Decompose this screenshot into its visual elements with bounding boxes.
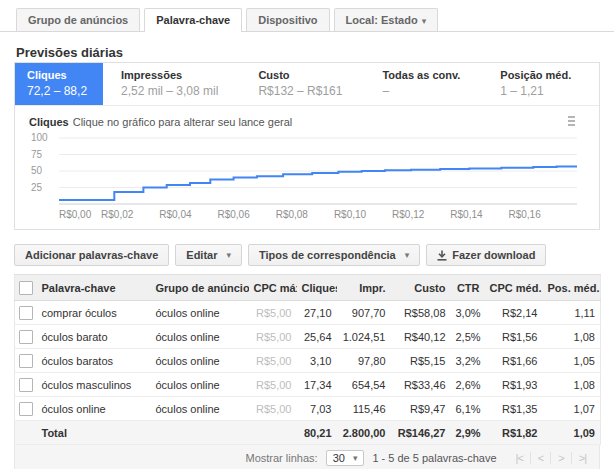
cell: R$1,35 [485, 397, 543, 421]
cell: 3,2% [451, 349, 485, 373]
svg-text:100: 100 [31, 132, 48, 143]
column-header-cliques[interactable]: Cliques [297, 275, 337, 301]
tab-dispositivo[interactable]: Dispositivo [246, 8, 329, 31]
keyword-cell: óculos barato [37, 325, 151, 349]
row-checkbox[interactable] [19, 330, 33, 344]
metric-label: Custo [258, 69, 342, 81]
rows-per-page-value: 30 [333, 452, 345, 464]
page-title: Previsões diárias [16, 45, 600, 60]
svg-text:R$0,02: R$0,02 [101, 209, 134, 220]
chart-section[interactable]: CliquesClique no gráfico para alterar se… [15, 106, 599, 229]
cell: 97,80 [337, 349, 391, 373]
keyword-cell: óculos online [37, 397, 151, 421]
table-row: comprar óculosóculos onlineR$5,0027,1090… [15, 301, 601, 325]
column-header-palavra-chave[interactable]: Palavra-chave [37, 275, 151, 301]
cell: 7,03 [297, 397, 337, 421]
pagination-range: 1 - 5 de 5 palavras-chave [372, 452, 496, 464]
svg-text:50: 50 [31, 165, 43, 176]
svg-text:R$0,00: R$0,00 [59, 209, 92, 220]
total-cell: 2.800,00 [337, 421, 391, 445]
chart-title: Cliques [29, 116, 69, 128]
cell: 6,1% [451, 397, 485, 421]
cell: R$5,00 [249, 397, 297, 421]
tab-label: Grupo de anúncios [28, 14, 128, 26]
row-checkbox[interactable] [19, 354, 33, 368]
column-header-cpc-med[interactable]: CPC méd. [485, 275, 543, 301]
add-keywords-button[interactable]: Adicionar palavras-chave [14, 244, 169, 266]
button-label: Fazer download [452, 249, 535, 261]
keyword-cell: óculos baratos [37, 349, 151, 373]
rows-per-page-select[interactable]: 30 [326, 450, 365, 466]
chevron-down-icon [405, 250, 410, 260]
metric-card-posicao-med[interactable]: Posição méd.1 – 1,21 [482, 63, 593, 105]
edit-button[interactable]: Editar [175, 244, 242, 266]
total-cell: R$146,27 [391, 421, 451, 445]
checkbox-cell [15, 373, 37, 397]
cell: 1.024,51 [337, 325, 391, 349]
checkbox-cell [15, 349, 37, 373]
chevron-down-icon [353, 453, 358, 463]
forecast-panel: Cliques72,2 – 88,2Impressões2,52 mil – 3… [14, 62, 600, 230]
column-header-grupo-de-anuncios[interactable]: Grupo de anúncios [151, 275, 249, 301]
svg-text:R$0,08: R$0,08 [276, 209, 309, 220]
row-checkbox[interactable] [19, 402, 33, 416]
cell: 2,5% [451, 325, 485, 349]
cell: 907,70 [337, 301, 391, 325]
cell: 1,11 [543, 301, 601, 325]
metric-card-impressoes[interactable]: Impressões2,52 mil – 3,08 mil [103, 63, 240, 105]
table-row: óculos baratosóculos onlineR$5,003,1097,… [15, 349, 601, 373]
total-cell: 2,9% [451, 421, 485, 445]
row-checkbox[interactable] [19, 378, 33, 392]
column-header-impr[interactable]: Impr. [337, 275, 391, 301]
drag-handle-icon[interactable] [566, 114, 577, 128]
column-header-cpc-max[interactable]: CPC máx. [249, 275, 297, 301]
download-icon [437, 250, 447, 261]
table-row: óculos onlineóculos onlineR$5,007,03115,… [15, 397, 601, 421]
checkbox-cell [15, 397, 37, 421]
select-all-checkbox[interactable] [19, 281, 33, 295]
next-page-icon[interactable]: > [550, 452, 570, 464]
bid-simulation-chart[interactable]: 255075100R$0,00R$0,02R$0,04R$0,06R$0,08R… [29, 130, 587, 226]
cell: R$5,15 [391, 349, 451, 373]
table-row: óculos masculinosóculos onlineR$5,0017,3… [15, 373, 601, 397]
metrics-row: Cliques72,2 – 88,2Impressões2,52 mil – 3… [15, 63, 599, 106]
tab-palavra-chave[interactable]: Palavra-chave [144, 8, 242, 32]
cell: 1,05 [543, 349, 601, 373]
match-types-button[interactable]: Tipos de correspondência [248, 244, 420, 266]
cell: R$5,00 [249, 373, 297, 397]
total-row: Total80,212.800,00R$146,272,9%R$1,821,09 [15, 421, 601, 445]
total-cell: 1,09 [543, 421, 601, 445]
cell: óculos online [151, 349, 249, 373]
tab-grupo-de-anuncios[interactable]: Grupo de anúncios [16, 8, 140, 31]
metric-label: Todas as conv. [382, 69, 460, 81]
checkbox-cell [15, 421, 37, 445]
first-page-icon[interactable]: |< [509, 452, 530, 464]
column-header-pos-med[interactable]: Pos. méd. [543, 275, 601, 301]
tab-local-estado[interactable]: Local: Estado [334, 8, 439, 31]
checkbox-cell [15, 325, 37, 349]
cell: 1,08 [543, 325, 601, 349]
cell: óculos online [151, 397, 249, 421]
chevron-down-icon [422, 10, 427, 32]
cell: 1,07 [543, 397, 601, 421]
cell: 3,10 [297, 349, 337, 373]
cell: R$5,00 [249, 301, 297, 325]
download-button[interactable]: Fazer download [426, 244, 546, 266]
button-label: Editar [186, 249, 217, 261]
cell: R$5,00 [249, 349, 297, 373]
column-header-ctr[interactable]: CTR [451, 275, 485, 301]
metric-card-todas-as-conv[interactable]: Todas as conv.– [364, 63, 482, 105]
pagination: |<<>>| [509, 452, 593, 464]
metric-card-cliques[interactable]: Cliques72,2 – 88,2 [15, 63, 103, 105]
row-checkbox[interactable] [19, 306, 33, 320]
last-page-icon[interactable]: >| [571, 452, 593, 464]
metric-value: 72,2 – 88,2 [27, 84, 91, 98]
cell: 27,10 [297, 301, 337, 325]
table-row: óculos baratoóculos onlineR$5,0025,641.0… [15, 325, 601, 349]
column-header-custo[interactable]: Custo [391, 275, 451, 301]
svg-text:R$0,14: R$0,14 [450, 209, 483, 220]
metric-card-custo[interactable]: CustoR$132 – R$161 [240, 63, 364, 105]
cell: óculos online [151, 325, 249, 349]
metric-value: R$132 – R$161 [258, 84, 342, 98]
prev-page-icon[interactable]: < [530, 452, 550, 464]
